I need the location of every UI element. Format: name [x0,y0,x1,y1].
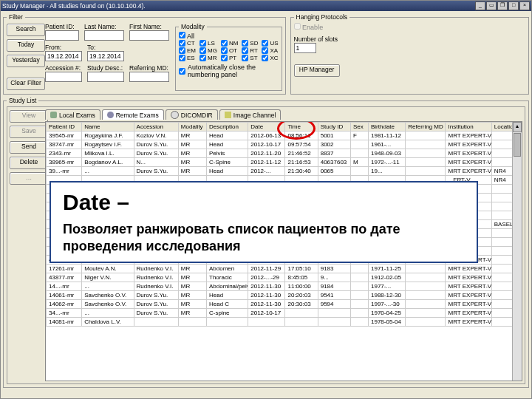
hp-manager-button[interactable]: HP Manager [294,64,340,77]
modality-xa[interactable]: XA [262,47,278,54]
window-buttons: _ ▭ ❐ □ × [475,1,530,10]
hanging-enable-checkbox [294,23,301,30]
col-sex[interactable]: Sex [350,123,368,132]
table-row[interactable]: 39545-mrRogaykina J.F.Kozlov V.N.MRHead2… [47,132,522,140]
search-button[interactable]: Search [7,24,45,36]
col-date[interactable]: Date [248,123,285,132]
tab-channel[interactable]: Image Channel [219,109,282,120]
yesterday-button[interactable]: Yesterday [7,55,45,67]
table-row[interactable]: 14081-mrChaldova L.V.1978-05-04MRT EXPER… [47,318,522,327]
table-row[interactable]: 43877-mrNiger V.N.Rudnenko V.I.MRThoraci… [47,273,522,282]
accession-input[interactable] [45,72,82,82]
modality-mr[interactable]: MR [200,55,217,61]
vertical-scrollbar[interactable]: ▴ [512,122,522,381]
tab-local[interactable]: Local Exams [45,109,100,120]
col-name[interactable]: Name [82,123,134,132]
accession-label: Accession #: [45,64,81,72]
from-label: From: [45,44,61,51]
to-label: To: [87,44,95,51]
last-name-label: Last Name: [84,23,116,30]
ref-md-input[interactable] [129,72,169,82]
modality-em[interactable]: EM [179,47,196,54]
modality-ot[interactable]: OT [221,47,238,54]
num-slots-label: Number of slots [294,35,338,43]
col-time[interactable]: Time [285,123,318,132]
first-name-input[interactable] [129,30,169,41]
modality-legend: Modality [179,23,207,30]
modality-mg[interactable]: MG [200,47,217,54]
table-row[interactable]: 17261-mrMoutev A.N.Rudnenko V.I.MRAbdome… [47,265,522,273]
table-row[interactable]: 38965-mrBogdanov A.L.N...MRC-Spine2012-1… [47,158,522,167]
clear-filter-button[interactable]: Clear Filter [7,78,45,90]
more-button[interactable]: … [10,172,48,185]
hanging-enable[interactable]: Enable [294,24,324,31]
modality-rt[interactable]: RT [242,47,258,54]
modality-all-checkbox[interactable] [179,32,185,38]
last-name-input[interactable] [84,30,124,41]
window-title: Study Manager · All studies found on (10… [2,2,146,10]
layout-icon[interactable]: ▭ [486,1,497,10]
from-input[interactable] [45,51,82,61]
send-button[interactable]: Send [10,141,48,154]
study-desc-input[interactable] [87,72,124,82]
modality-xc[interactable]: XC [262,55,278,61]
network-icon [107,112,114,118]
study-desc-label: Study Desc.: [87,64,123,72]
table-row[interactable]: 14062-mrSavchenko O.V.Durov S.Yu.MRHead … [47,300,522,309]
tab-dicomdir[interactable]: DICOMDIR [166,109,218,120]
modality-all[interactable]: All [179,33,194,40]
ref-md-label: Referring MD: [129,64,168,72]
minimize-icon[interactable]: _ [475,1,485,10]
save-button[interactable]: Save [10,126,48,138]
table-row[interactable]: 38747-mrRogaytsev I.F.Durov S.Yu.MRHead2… [47,140,522,149]
overlay-body: Позволяет ранжировать список пациентов п… [63,221,465,254]
hanging-group: Hanging Protocols Enable Number of slots… [290,13,529,95]
modality-ls[interactable]: LS [200,40,217,47]
col-description[interactable]: Description [207,123,248,132]
auto-close-row[interactable]: Automatically close the numbering panel [179,64,279,78]
filter-group: Filter Search Today Yesterday Clear Filt… [3,13,286,95]
maximize-icon[interactable]: □ [508,1,519,10]
auto-close-checkbox[interactable] [179,68,185,75]
explanation-overlay: Date – Позволяет ранжировать список паци… [50,181,478,263]
modality-st[interactable]: ST [242,55,258,61]
col-institution[interactable]: Institution [446,123,491,132]
restore-icon[interactable]: ❐ [497,1,508,10]
table-row[interactable]: 14...-mr...Rudnenko V.I.MRAbdominal/pelv… [47,282,522,291]
channel-icon [225,112,231,118]
modality-us[interactable]: US [262,40,278,47]
scroll-thumb[interactable] [514,133,521,157]
patient-id-input[interactable] [45,30,79,41]
to-input[interactable] [87,51,124,61]
num-slots-input[interactable] [294,43,316,53]
col-accession[interactable]: Accession [134,123,178,132]
disk-icon [50,112,57,118]
overlay-title: Date – [63,190,465,215]
col-study-id[interactable]: Study ID [318,123,350,132]
table-row[interactable]: 34...-mr...Durov S.Yu.MRC-spine2012-10-1… [47,309,522,318]
modality-es[interactable]: ES [179,55,196,61]
scroll-up-icon[interactable]: ▴ [513,122,522,132]
view-button[interactable]: View [10,110,48,123]
modality-nm[interactable]: NM [221,40,238,47]
col-patient-id[interactable]: Patient ID [47,123,82,132]
tab-remote[interactable]: Remote Exams [102,109,164,120]
modality-pt[interactable]: PT [221,55,238,61]
cd-icon [171,111,179,119]
modality-ct[interactable]: CT [179,40,196,47]
col-referring-md[interactable]: Referring MD [406,123,446,132]
modality-sd[interactable]: SD [242,40,258,47]
patient-id-label: Patient ID: [45,23,75,30]
today-button[interactable]: Today [7,39,45,52]
table-row[interactable]: 39...-mr...Durov S.Yu.MRHead2012-...21:3… [47,167,522,176]
table-row[interactable]: 14061-mrSavchenko O.V.Durov S.Yu.MRHead2… [47,291,522,300]
table-row[interactable]: 2343-mrMlikova I.L.Durov S.Yu.MRPelvis20… [47,149,522,158]
hanging-legend: Hanging Protocols [294,13,349,21]
filter-legend: Filter [7,13,25,21]
delete-button[interactable]: Delete [10,157,48,169]
col-modality[interactable]: Modality [178,123,206,132]
close-icon[interactable]: × [519,1,530,10]
col-birthdate[interactable]: Birthdate [369,123,406,132]
modality-grid: CT LS NM SD US EM MG OT RT XA ES MR PT S… [179,40,279,61]
first-name-label: First Name: [129,23,162,30]
